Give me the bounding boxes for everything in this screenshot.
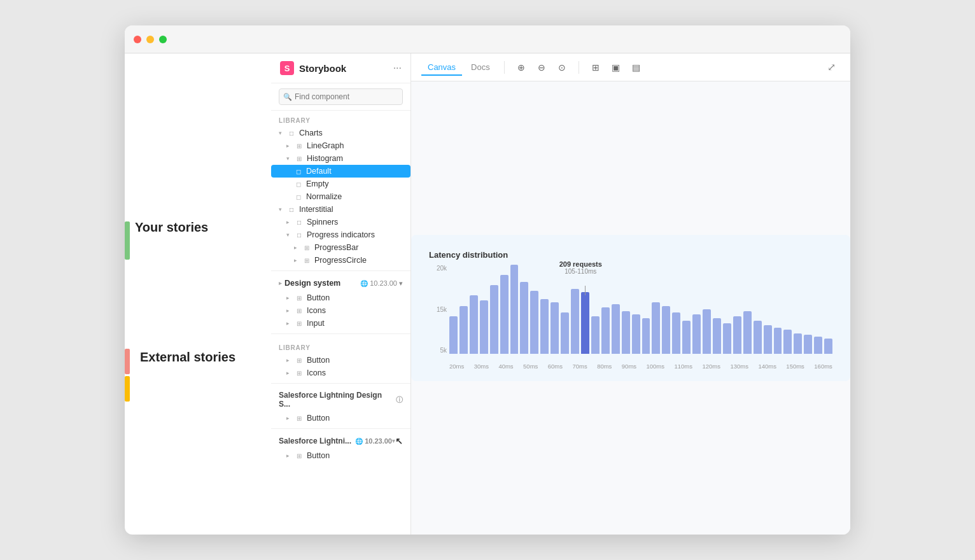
progress-indicators-label: Progress indicators bbox=[307, 230, 375, 239]
zoom-reset-button[interactable]: ⊙ bbox=[553, 59, 571, 76]
close-button[interactable] bbox=[134, 36, 141, 43]
search-wrap: 🔍 bbox=[279, 88, 403, 105]
tree-item-progress-indicators[interactable]: ▾ □ Progress indicators bbox=[271, 228, 410, 241]
bar-24 bbox=[692, 314, 701, 354]
ds-version: 🌐 10.23.00 ▾ bbox=[360, 279, 403, 288]
chart-annotation: 209 requests105-110ms bbox=[559, 260, 602, 275]
sidebar-menu-icon[interactable]: ··· bbox=[393, 62, 402, 74]
bar-34 bbox=[794, 333, 802, 354]
search-icon: 🔍 bbox=[283, 93, 292, 101]
search-input[interactable] bbox=[279, 88, 403, 105]
button-sf1-label: Button bbox=[307, 414, 330, 423]
maximize-button[interactable] bbox=[159, 36, 167, 43]
x-label-40ms: 40ms bbox=[498, 363, 513, 370]
tree-item-normalize[interactable]: ◻ Normalize bbox=[271, 190, 410, 203]
sidebar-toggle-button[interactable]: ▣ bbox=[607, 59, 625, 76]
grid-button[interactable]: ⊞ bbox=[587, 59, 605, 76]
tree-item-button-sf2[interactable]: ▸ ⊞ Button bbox=[271, 449, 410, 462]
icons-ds-arrow: ▸ bbox=[286, 307, 293, 314]
tree-item-button-sf1[interactable]: ▸ ⊞ Button bbox=[271, 412, 410, 424]
ds-arrow: ▸ bbox=[279, 280, 282, 286]
x-label-100ms: 100ms bbox=[647, 363, 665, 370]
bar-23 bbox=[682, 321, 691, 354]
linegraph-label: LineGraph bbox=[307, 141, 344, 150]
bar-30 bbox=[754, 321, 762, 354]
bar-28 bbox=[733, 316, 741, 354]
default-story-icon: ◻ bbox=[294, 167, 303, 176]
bar-1 bbox=[459, 306, 468, 354]
normalize-story-icon: ◻ bbox=[294, 192, 303, 201]
bar-31 bbox=[764, 325, 772, 354]
y-label-20k: 20k bbox=[429, 265, 447, 272]
tree-item-spinners[interactable]: ▸ □ Spinners bbox=[271, 216, 410, 228]
external-stories-block: External stories bbox=[125, 349, 271, 402]
progress-indicators-arrow: ▾ bbox=[286, 232, 293, 238]
charts-arrow: ▾ bbox=[279, 130, 285, 136]
button-lib2-label: Button bbox=[307, 356, 330, 365]
progresscircle-icon: ⊞ bbox=[302, 256, 311, 265]
design-system-row[interactable]: ▸ Design system 🌐 10.23.00 ▾ bbox=[271, 275, 410, 291]
tree-item-charts[interactable]: ▾ □ Charts bbox=[271, 127, 410, 139]
external-stories-accent2 bbox=[125, 376, 130, 402]
tree-item-button-ds[interactable]: ▸ ⊞ Button bbox=[271, 291, 410, 304]
divider1 bbox=[271, 270, 410, 271]
storybook-logo: S bbox=[280, 61, 294, 75]
logo-letter: S bbox=[284, 64, 290, 73]
salesforce2-header[interactable]: Salesforce Lightni... 🌐 10.23.00 ▾ ↖ bbox=[271, 433, 410, 449]
tree-item-button-lib2[interactable]: ▸ ⊞ Button bbox=[271, 354, 410, 367]
tree-item-progressbar[interactable]: ▸ ⊞ ProgressBar bbox=[271, 241, 410, 254]
bar-0 bbox=[449, 316, 458, 354]
library-section-label-2: LIBRARY bbox=[271, 338, 410, 354]
tree-item-linegraph[interactable]: ▸ ⊞ LineGraph bbox=[271, 139, 410, 152]
x-label-140ms: 140ms bbox=[758, 363, 776, 370]
bar-29 bbox=[743, 311, 752, 354]
zoom-in-icon: ⊕ bbox=[517, 62, 525, 73]
x-label-70ms: 70ms bbox=[572, 363, 587, 370]
bar-11 bbox=[561, 312, 569, 354]
tree-item-progresscircle[interactable]: ▸ ⊞ ProgressCircle bbox=[271, 254, 410, 267]
bar-33 bbox=[783, 330, 792, 354]
external-stories-accent1 bbox=[125, 349, 130, 374]
app-body: Your stories External stories S Storyboo… bbox=[125, 53, 850, 535]
bar-15 bbox=[601, 307, 610, 354]
spinners-arrow: ▸ bbox=[286, 219, 293, 225]
empty-story-icon: ◻ bbox=[294, 179, 303, 188]
bar-10 bbox=[551, 302, 559, 354]
input-ds-arrow: ▸ bbox=[286, 320, 293, 326]
icons-ds-icon: ⊞ bbox=[295, 306, 304, 315]
empty-label: Empty bbox=[306, 179, 328, 188]
sf2-globe-icon: 🌐 bbox=[355, 438, 363, 445]
measure-button[interactable]: ▤ bbox=[628, 59, 645, 76]
tab-docs[interactable]: Docs bbox=[465, 60, 496, 76]
input-ds-label: Input bbox=[307, 319, 325, 328]
tree-item-histogram[interactable]: ▾ ⊞ Histogram bbox=[271, 152, 410, 165]
button-ds-arrow: ▸ bbox=[286, 295, 293, 301]
canvas-area: Latency distribution 20k 15k 5k 209 requ… bbox=[411, 81, 850, 535]
button-ds-icon: ⊞ bbox=[295, 293, 304, 302]
icons-lib2-label: Icons bbox=[307, 368, 326, 377]
expand-button[interactable]: ⤢ bbox=[822, 59, 840, 76]
tree-item-default[interactable]: ◻ Default bbox=[271, 165, 410, 178]
main-content: Canvas Docs ⊕ ⊖ ⊙ ⊞ ▣ bbox=[411, 53, 850, 535]
button-lib2-arrow: ▸ bbox=[286, 357, 293, 363]
bar-18 bbox=[632, 314, 640, 354]
your-stories-accent bbox=[125, 221, 130, 260]
zoom-out-button[interactable]: ⊖ bbox=[533, 59, 551, 76]
salesforce1-header[interactable]: Salesforce Lightning Design S... ⓘ bbox=[271, 388, 410, 412]
y-labels: 20k 15k 5k bbox=[429, 265, 447, 354]
progressbar-arrow: ▸ bbox=[294, 244, 300, 251]
bar-4 bbox=[490, 285, 498, 354]
bar-9 bbox=[540, 299, 549, 354]
tab-canvas[interactable]: Canvas bbox=[421, 60, 462, 76]
tree-item-icons-lib2[interactable]: ▸ ⊞ Icons bbox=[271, 367, 410, 379]
tree-item-icons-ds[interactable]: ▸ ⊞ Icons bbox=[271, 304, 410, 317]
minimize-button[interactable] bbox=[146, 36, 154, 43]
tree-item-input-ds[interactable]: ▸ ⊞ Input bbox=[271, 317, 410, 330]
zoom-in-button[interactable]: ⊕ bbox=[512, 59, 530, 76]
tree-item-empty[interactable]: ◻ Empty bbox=[271, 178, 410, 190]
tree-item-interstitial[interactable]: ▾ □ Interstitial bbox=[271, 203, 410, 216]
x-label-130ms: 130ms bbox=[730, 363, 748, 370]
design-system-label: Design system bbox=[284, 279, 340, 288]
icons-ds-label: Icons bbox=[307, 306, 326, 315]
x-label-50ms: 50ms bbox=[523, 363, 538, 370]
